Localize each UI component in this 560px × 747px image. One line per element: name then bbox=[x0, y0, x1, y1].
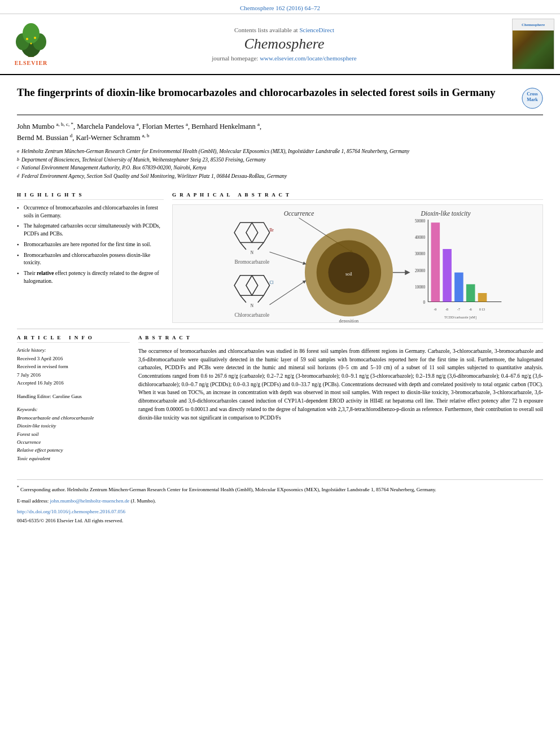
article-history-section: Article history: Received 3 April 2016 R… bbox=[17, 347, 130, 387]
svg-text:Cl: Cl bbox=[270, 281, 274, 285]
article-title-section: The fingerprints of dioxin-like bromocar… bbox=[17, 81, 543, 115]
svg-text:Bromocarbazole: Bromocarbazole bbox=[234, 259, 269, 265]
journal-citation-bar: Chemosphere 162 (2016) 64–72 bbox=[0, 0, 560, 14]
highlight-item-1: Occurrence of bromocarbazoles and chloro… bbox=[17, 204, 164, 220]
svg-line-23 bbox=[258, 295, 264, 302]
journal-homepage-link[interactable]: www.elsevier.com/locate/chemosphere bbox=[260, 55, 357, 62]
svg-text:N: N bbox=[251, 304, 254, 308]
keyword-5: Relative effect potency bbox=[17, 446, 130, 454]
graphical-abstract-image: Occurrence N B bbox=[172, 204, 543, 323]
graphical-abstract-column: G R A P H I C A L A B S T R A C T Occurr… bbox=[172, 192, 543, 323]
svg-point-4 bbox=[23, 23, 40, 43]
sciencedirect-link[interactable]: ScienceDirect bbox=[299, 27, 334, 33]
svg-text:0: 0 bbox=[423, 300, 425, 305]
journal-homepage-line: journal homepage: www.elsevier.com/locat… bbox=[62, 55, 506, 62]
svg-text:Mark: Mark bbox=[527, 97, 538, 102]
crossmark-logo: Cross Mark bbox=[522, 88, 543, 109]
svg-text:-7: -7 bbox=[457, 308, 460, 311]
svg-text:Cross: Cross bbox=[527, 91, 537, 97]
highlight-item-2: The halogenated carbazoles occur simulta… bbox=[17, 222, 164, 238]
highlights-column: H I G H L I G H T S Occurrence of bromoc… bbox=[17, 192, 164, 323]
article-info-column: A R T I C L E I N F O Article history: R… bbox=[17, 335, 130, 468]
svg-text:Br: Br bbox=[270, 228, 274, 233]
svg-text:0 13: 0 13 bbox=[479, 308, 485, 311]
main-content: The fingerprints of dioxin-like bromocar… bbox=[0, 75, 560, 530]
svg-text:10000: 10000 bbox=[415, 285, 426, 290]
keyword-3: Forest soil bbox=[17, 430, 130, 438]
handling-editor-section: Handling Editor: Caroline Gaus bbox=[17, 392, 130, 400]
svg-text:20000: 20000 bbox=[415, 268, 426, 273]
author-email-link[interactable]: john.mumbo@helmholtz-muenchen.de bbox=[50, 498, 129, 504]
svg-text:30000: 30000 bbox=[415, 252, 426, 256]
svg-text:deposition: deposition bbox=[339, 318, 359, 322]
article-info-abstract-section: A R T I C L E I N F O Article history: R… bbox=[17, 329, 543, 468]
svg-rect-47 bbox=[466, 284, 475, 302]
chlorocarbazole-structure: N Cl Chlorocarbazole bbox=[234, 276, 273, 318]
svg-point-7 bbox=[30, 43, 32, 45]
handling-editor: Handling Editor: Caroline Gaus bbox=[17, 392, 130, 400]
copyright-line: 0045-6535/© 2016 Elsevier Ltd. All right… bbox=[17, 517, 543, 525]
affiliation-d: d Federal Environment Agency, Section So… bbox=[17, 173, 543, 181]
affiliation-b: b Department of Biosciences, Technical U… bbox=[17, 156, 543, 164]
graphical-abstract-svg: Occurrence N B bbox=[173, 205, 542, 322]
graphical-abstract-heading: G R A P H I C A L A B S T R A C T bbox=[172, 192, 543, 200]
svg-rect-48 bbox=[478, 293, 487, 302]
svg-text:Occurrence: Occurrence bbox=[284, 210, 314, 217]
affiliation-c: c National Environment Management Author… bbox=[17, 164, 543, 172]
bromocarbazole-structure: N Br Bromocarbazole bbox=[234, 222, 274, 265]
svg-text:-8: -8 bbox=[445, 308, 448, 311]
keywords-list: Bromocarbazole and chlorocarbazole Dioxi… bbox=[17, 414, 130, 462]
abstract-text: The occurrence of bromocarbazoles and ch… bbox=[138, 347, 543, 422]
svg-text:50000: 50000 bbox=[415, 219, 426, 224]
highlight-item-4: Bromocarbazoles and chlorocarbazoles pos… bbox=[17, 252, 164, 268]
keyword-6: Toxic equivalent bbox=[17, 455, 130, 462]
svg-rect-46 bbox=[454, 272, 463, 302]
journal-thumb-label: Chemosphere bbox=[513, 19, 554, 30]
toxicity-chart: 50000 40000 30000 20000 10000 0 bbox=[415, 219, 501, 320]
highlights-heading: H I G H L I G H T S bbox=[17, 192, 164, 200]
page: Chemosphere 162 (2016) 64–72 ELSEVIER bbox=[0, 0, 560, 747]
author-6: Karl-Werner Schramm bbox=[76, 134, 142, 142]
svg-line-15 bbox=[240, 242, 246, 249]
svg-text:soil: soil bbox=[345, 272, 353, 277]
elsevier-tree-icon bbox=[11, 22, 51, 59]
email-note: E-mail address: john.mumbo@helmholtz-mue… bbox=[17, 497, 543, 505]
article-info-heading: A R T I C L E I N F O bbox=[17, 335, 130, 343]
keyword-4: Occurrence bbox=[17, 438, 130, 446]
svg-text:-9: -9 bbox=[434, 308, 436, 311]
svg-line-31 bbox=[270, 252, 305, 264]
journal-header-center: Contents lists available at ScienceDirec… bbox=[62, 27, 506, 62]
keywords-section: Keywords: Bromocarbazole and chlorocarba… bbox=[17, 407, 130, 462]
svg-text:N: N bbox=[251, 251, 254, 255]
svg-point-6 bbox=[34, 37, 36, 39]
highlights-list: Occurrence of bromocarbazoles and chloro… bbox=[17, 204, 164, 286]
article-title: The fingerprints of dioxin-like bromocar… bbox=[17, 85, 516, 100]
crossmark-icon: Cross Mark bbox=[522, 88, 543, 109]
svg-text:TCDD/carbazole [nM]: TCDD/carbazole [nM] bbox=[444, 315, 476, 320]
svg-rect-44 bbox=[431, 222, 440, 302]
doi-link[interactable]: http://dx.doi.org/10.1016/j.chemosphere.… bbox=[17, 509, 125, 514]
article-received: Received 3 April 2016 Received in revise… bbox=[17, 355, 130, 387]
author-3: Florian Mertes bbox=[142, 123, 186, 130]
svg-rect-45 bbox=[443, 249, 452, 302]
corresponding-author-note: * Corresponding author. Helmholtz Zentru… bbox=[17, 484, 543, 494]
soil-image: soil deposition bbox=[270, 228, 408, 322]
svg-line-22 bbox=[240, 295, 246, 302]
author-2: Marchela Pandelova bbox=[77, 123, 137, 130]
svg-line-32 bbox=[270, 281, 305, 305]
author-5: Bernd M. Bussian bbox=[17, 134, 70, 142]
svg-point-5 bbox=[26, 38, 28, 40]
svg-line-16 bbox=[258, 242, 264, 249]
highlight-item-3: Bromocarbazoles are here reported for th… bbox=[17, 241, 164, 249]
author-1: John Mumbo bbox=[17, 123, 56, 130]
footnote-area: * Corresponding author. Helmholtz Zentru… bbox=[17, 479, 543, 525]
highlights-abstract-section: H I G H L I G H T S Occurrence of bromoc… bbox=[17, 187, 543, 323]
author-4: Bernhard Henkelmann bbox=[191, 123, 257, 130]
authors-section: John Mumbo a, b, c, *, Marchela Pandelov… bbox=[17, 121, 543, 143]
affiliation-a: a Helmholtz Zentrum München-German Resea… bbox=[17, 148, 543, 156]
svg-text:Dioxin-like toxicity: Dioxin-like toxicity bbox=[421, 210, 471, 217]
journal-thumbnail: Chemosphere bbox=[512, 19, 554, 69]
journal-header: ELSEVIER Contents lists available at Sci… bbox=[0, 14, 560, 75]
keywords-label: Keywords: bbox=[17, 407, 130, 412]
keyword-2: Dioxin-like toxicity bbox=[17, 422, 130, 430]
